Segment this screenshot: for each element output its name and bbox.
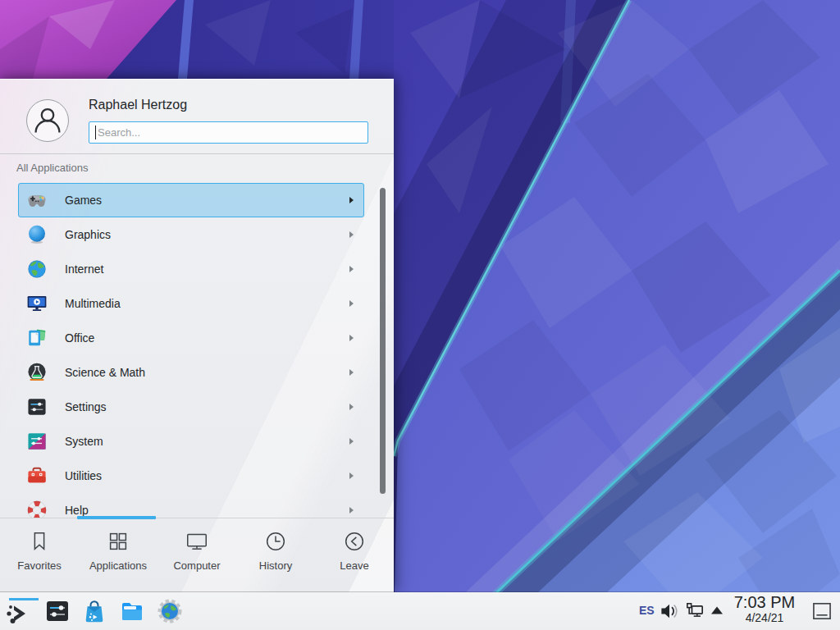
person-icon (27, 100, 68, 141)
submenu-arrow-icon (349, 507, 354, 514)
category-label: Graphics (65, 228, 349, 241)
active-launcher-indicator (9, 598, 39, 600)
application-launcher-button[interactable] (5, 598, 31, 624)
sphere-icon (26, 224, 48, 245)
show-desktop-icon (810, 600, 833, 623)
monitor-play-icon (26, 293, 48, 314)
category-office[interactable]: Office (18, 321, 364, 355)
search-input[interactable] (89, 121, 368, 144)
category-games[interactable]: Games (18, 183, 364, 217)
system-settings-icon (44, 598, 71, 624)
category-help[interactable]: Help (18, 493, 364, 518)
clock-time: 7:03 PM (727, 594, 802, 612)
bookmark-icon (27, 529, 52, 554)
category-internet[interactable]: Internet (18, 252, 364, 286)
tab-computer[interactable]: Computer (158, 518, 236, 592)
category-label: Utilities (65, 469, 349, 482)
computer-icon (185, 529, 209, 554)
active-tab-indicator (77, 516, 156, 519)
file-manager-button[interactable] (119, 598, 145, 624)
submenu-arrow-icon (349, 266, 354, 272)
submenu-arrow-icon (349, 472, 354, 479)
list-scrollbar[interactable] (380, 188, 386, 494)
user-name: Raphael Hertzog (89, 98, 187, 112)
launcher-tabbar: Favorites Applications Computer (0, 518, 394, 592)
tab-label: Computer (173, 559, 220, 572)
tab-applications[interactable]: Applications (79, 518, 158, 592)
submenu-arrow-icon (349, 197, 354, 203)
user-avatar[interactable] (26, 99, 69, 142)
category-settings[interactable]: Settings (18, 390, 364, 424)
application-launcher-panel: Raphael Hertzog All Applications Games (0, 79, 394, 592)
leave-icon (342, 529, 367, 554)
category-multimedia[interactable]: Multimedia (18, 286, 364, 321)
flask-icon (26, 362, 48, 383)
submenu-arrow-icon (349, 300, 354, 307)
category-utilities[interactable]: Utilities (18, 459, 364, 493)
keyboard-layout-indicator[interactable]: ES (639, 604, 655, 617)
tab-history[interactable]: History (236, 518, 315, 592)
konqueror-browser-icon (157, 598, 183, 624)
submenu-arrow-icon (349, 369, 354, 376)
speaker-icon (658, 600, 681, 623)
category-list: Games Graphics Internet (0, 183, 394, 518)
system-settings-button[interactable] (44, 598, 71, 624)
discover-software-button[interactable] (81, 598, 107, 624)
category-label: Office (65, 331, 349, 345)
show-desktop-button[interactable] (810, 600, 833, 623)
toolbox-icon (26, 465, 48, 486)
tab-label: History (259, 559, 292, 572)
clock-date: 4/24/21 (727, 612, 802, 624)
tab-label: Favorites (17, 559, 61, 572)
category-system[interactable]: System (18, 424, 364, 459)
all-applications-header: All Applications (16, 162, 88, 174)
category-label: Multimedia (65, 297, 349, 310)
web-browser-button[interactable] (157, 598, 183, 624)
tab-favorites[interactable]: Favorites (0, 518, 79, 592)
tab-label: Applications (89, 559, 147, 572)
tray-expand-button[interactable] (710, 605, 724, 615)
text-caret (95, 126, 96, 139)
clock-icon (263, 529, 288, 554)
dolphin-file-manager-icon (119, 598, 145, 624)
tab-leave[interactable]: Leave (315, 518, 394, 592)
sliders-icon (26, 396, 48, 418)
tab-label: Leave (340, 559, 368, 572)
globe-icon (26, 258, 48, 280)
caret-up-icon (710, 605, 724, 615)
category-label: Internet (65, 262, 349, 276)
submenu-arrow-icon (349, 404, 354, 410)
volume-button[interactable] (658, 600, 681, 623)
launcher-header: Raphael Hertzog (0, 80, 394, 154)
gamepad-icon (26, 189, 48, 211)
category-label: System (65, 435, 349, 448)
discover-software-icon (81, 598, 107, 624)
kde-application-launcher-icon (5, 600, 31, 627)
system-sliders-icon (26, 431, 48, 452)
submenu-arrow-icon (349, 231, 354, 238)
grid-icon (106, 529, 130, 554)
network-button[interactable] (683, 600, 706, 623)
wired-network-icon (683, 600, 706, 623)
lifebuoy-icon (26, 500, 48, 518)
category-science-math[interactable]: Science & Math (18, 355, 364, 390)
taskbar: ES 7:03 PM 4/24/21 (0, 592, 840, 630)
digital-clock[interactable]: 7:03 PM 4/24/21 (727, 594, 802, 624)
category-label: Help (65, 504, 349, 517)
category-label: Games (65, 194, 349, 207)
category-label: Science & Math (65, 366, 349, 379)
submenu-arrow-icon (349, 335, 354, 341)
category-label: Settings (65, 400, 349, 413)
documents-icon (26, 327, 48, 349)
submenu-arrow-icon (349, 438, 354, 445)
category-graphics[interactable]: Graphics (18, 217, 364, 252)
search-field-wrap (89, 121, 368, 144)
